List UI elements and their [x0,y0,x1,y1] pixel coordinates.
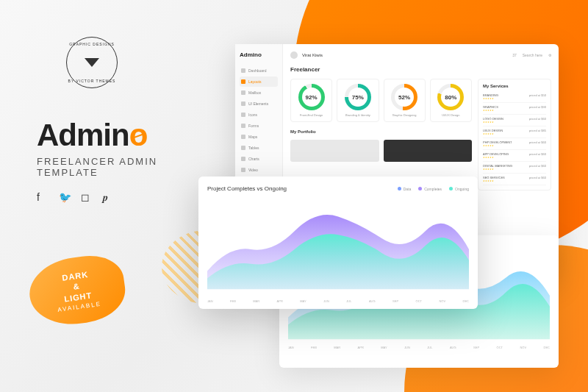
service-row[interactable]: BRANDING★★★★★priced at $50 [483,91,546,103]
settings-icon[interactable]: ⚙ [548,53,551,57]
nav-icon [241,124,245,128]
portfolio-item[interactable] [290,140,379,162]
metric-card[interactable]: 52%Graphic Designing [384,79,426,122]
nav-icon [241,79,245,84]
service-row[interactable]: UI/UX DESIGN★★★★★priced at $85 [483,126,546,138]
instagram-icon[interactable]: ◻ [81,191,91,202]
chart-panel-front: Project Completes vs Ongoing DataComplet… [198,177,478,309]
portfolio-title: My Portfolio [290,129,472,134]
donut-chart: 80% [437,84,464,110]
service-row[interactable]: PHP DEVELOPMENT★★★★★priced at $60 [483,138,546,150]
sidebar-item-maps[interactable]: Maps [240,132,278,142]
sidebar-item-charts[interactable]: Charts [240,154,278,164]
sidebar-item-icons[interactable]: Icons [240,110,278,120]
pinterest-icon[interactable]: 𝒑 [103,191,113,202]
nav-icon [241,135,245,139]
metric-card[interactable]: 75%Branding & Identity [337,79,379,122]
sidebar-item-layouts[interactable]: Layouts [240,76,278,87]
nav-icon [241,90,245,95]
service-row[interactable]: GRAPHICS★★★★★priced at $90 [483,103,546,115]
sidebar-item-video[interactable]: Video [240,165,278,175]
notification-icon[interactable]: 37 [512,53,517,57]
nav-icon [241,101,245,106]
services-card: My Services BRANDING★★★★★priced at $50GR… [478,79,551,190]
twitter-icon[interactable]: 🐦 [59,191,69,202]
sidebar-item-tables[interactable]: Tables [240,143,278,153]
service-row[interactable]: DIGITAL MARKETING★★★★★priced at $60 [483,162,546,174]
nav-icon [241,157,245,161]
legend-item: Ongoing [449,185,469,192]
facebook-icon[interactable]: f [37,191,47,202]
donut-chart: 75% [345,84,371,110]
service-row[interactable]: APP DEVELOPING★★★★★priced at $60 [483,150,546,162]
metric-card[interactable]: 92%Front-End Design [290,79,332,122]
section-title: Freelancer [290,66,551,73]
service-row[interactable]: SEO SERVICES★★★★★priced at $60 [483,174,546,185]
service-row[interactable]: LOGO DESIGN★★★★★priced at $60 [483,115,546,126]
nav-icon [241,68,245,73]
sidebar-item-forms[interactable]: Forms [240,121,278,131]
app-logo: Admino [240,51,278,58]
nav-icon [241,168,245,172]
user-name: Virat Kiwis [302,53,323,57]
area-chart [207,198,469,293]
designer-badge: GRAPHIC DESIGNS BY VICTOR THEMES [66,37,118,88]
nav-icon [241,113,245,117]
search-input[interactable]: Search here [523,53,542,57]
portfolio-item[interactable] [384,140,473,162]
sidebar-item-ui-elements[interactable]: UI Elements [240,99,278,109]
brand-logo: Admino [37,118,157,153]
sidebar-item-dashboard[interactable]: Dashboard [240,65,278,76]
metric-card[interactable]: 80%UI/UX Design [430,79,472,122]
donut-chart: 92% [298,84,325,110]
legend-item: Completes [418,185,442,192]
nav-icon [241,146,245,150]
sidebar-item-mailbox[interactable]: Mailbox [240,88,278,98]
brand-subtitle: FREELANCER ADMIN TEMPLATE [37,156,157,178]
donut-chart: 52% [391,84,417,110]
chart-title: Project Completes vs Ongoing [207,185,287,192]
legend-item: Data [398,185,412,192]
avatar[interactable] [290,51,298,59]
